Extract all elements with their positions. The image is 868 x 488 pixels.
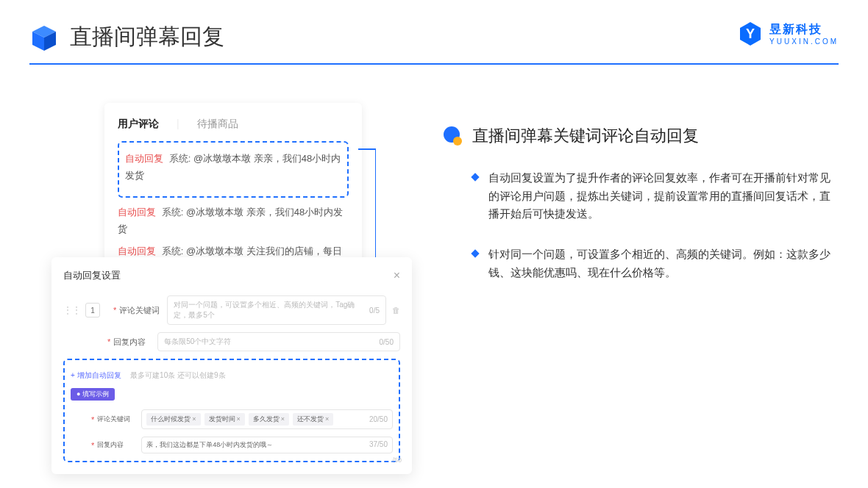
auto-reply-label: 自动回复 (118, 207, 156, 218)
required-mark: * (91, 415, 94, 424)
section-title: 直播间弹幕关键词评论自动回复 (472, 125, 699, 147)
delete-icon[interactable]: 🗑 (392, 306, 400, 315)
auto-reply-label: 自动回复 (125, 153, 163, 164)
counter-text: 37/50 (369, 440, 388, 450)
system-label: 系统: (162, 245, 184, 256)
diamond-icon (471, 173, 479, 181)
keyword-input[interactable]: 对同一个问题，可设置多个相近、高频的关键词，Tag确定，最多5个 0/5 (167, 295, 386, 325)
example-highlight: + 增加自动回复 最多可建10条 还可以创建9条 ● 填写示例 * 评论关键词 … (63, 359, 400, 462)
example-reply-label: 回复内容 (97, 440, 134, 450)
auto-reply-label: 自动回复 (118, 245, 156, 256)
example-reply-value: 亲，我们这边都是下单48小时内发货的哦～ (146, 440, 273, 450)
drag-handle-icon[interactable]: ⋮⋮ (63, 305, 81, 315)
tab-user-comments[interactable]: 用户评论 (118, 118, 159, 131)
header-divider (29, 63, 839, 65)
keyword-tag[interactable]: 什么时候发货× (146, 413, 200, 426)
keyword-label: 评论关键词 (119, 305, 160, 316)
bullet-text: 针对同一个问题，可设置多个相近的、高频的关键词。例如：这款多少钱、这块能优惠吗、… (488, 245, 839, 281)
logo-url: YUUXIN.COM (769, 37, 839, 46)
svg-text:Y: Y (746, 26, 755, 41)
example-keyword-label: 评论关键词 (97, 415, 134, 424)
svg-point-5 (453, 137, 462, 146)
tab-separator: | (177, 118, 179, 131)
system-label: 系统: (162, 207, 184, 218)
index-number: 1 (85, 303, 100, 317)
placeholder-text: 每条限50个中文字符 (164, 337, 231, 347)
example-keyword-input[interactable]: 什么时候发货× 发货时间× 多久发货× 还不发货× 20/50 (141, 409, 393, 429)
keyword-tag[interactable]: 发货时间× (204, 413, 245, 426)
keyword-tag[interactable]: 还不发货× (293, 413, 333, 426)
bullet-text: 自动回复设置为了提升作者的评论回复效率，作者可在开播前针对常见的评论用户问题，提… (488, 169, 839, 223)
highlighted-comment: 自动回复 系统: @冰墩墩本墩 亲亲，我们48小时内发货 (118, 141, 349, 198)
brand-logo: Y 昱新科技 YUUXIN.COM (737, 21, 839, 47)
bubble-icon (441, 126, 462, 146)
close-icon[interactable]: × (394, 269, 400, 282)
logo-text: 昱新科技 (769, 22, 839, 37)
reply-input[interactable]: 每条限50个中文字符 0/50 (157, 332, 400, 351)
page-title: 直播间弹幕回复 (70, 22, 224, 52)
keyword-tag[interactable]: 多久发货× (249, 413, 289, 426)
counter-text: 0/5 (369, 306, 380, 315)
cube-icon (29, 23, 59, 52)
add-hint: 最多可建10条 还可以创建9条 (130, 371, 225, 379)
required-mark: * (91, 441, 94, 450)
connector-line (358, 148, 376, 150)
required-mark: * (113, 306, 116, 315)
required-mark: * (107, 337, 110, 346)
bullet-item: 针对同一个问题，可设置多个相近的、高频的关键词。例如：这款多少钱、这块能优惠吗、… (441, 245, 839, 281)
settings-title: 自动回复设置 (63, 269, 121, 282)
add-auto-reply-link[interactable]: + 增加自动回复 (71, 371, 121, 379)
placeholder-text: 对同一个问题，可设置多个相近、高频的关键词，Tag确定，最多5个 (174, 300, 369, 320)
settings-card: 自动回复设置 × ⋮⋮ 1 * 评论关键词 对同一个问题，可设置多个相近、高频的… (51, 257, 412, 474)
counter-text: 0/50 (380, 338, 394, 346)
diamond-icon (471, 249, 479, 257)
bullet-item: 自动回复设置为了提升作者的评论回复效率，作者可在开播前针对常见的评论用户问题，提… (441, 169, 839, 223)
system-label: 系统: (169, 153, 191, 164)
example-badge: ● 填写示例 (71, 388, 115, 401)
example-reply-input[interactable]: 亲，我们这边都是下单48小时内发货的哦～ 37/50 (141, 437, 393, 453)
reply-label: 回复内容 (113, 337, 150, 348)
tab-pending-products[interactable]: 待播商品 (197, 118, 238, 131)
faint-counter: /50 (392, 456, 402, 464)
counter-text: 20/50 (369, 415, 388, 423)
